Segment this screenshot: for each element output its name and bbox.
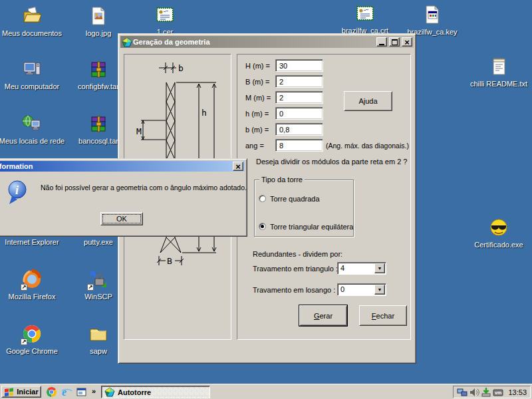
desktop-icon-1-cer[interactable]: 1.cer — [132, 4, 198, 36]
dim-label-M: M — [136, 126, 142, 136]
clock: 13:53 — [505, 388, 527, 396]
shortcut-arrow-icon: ↗ — [21, 338, 27, 345]
radio-torre-quadrada[interactable] — [259, 195, 266, 202]
desktop-icon-brazilfw-ca-crt[interactable]: brazilfw_ca.crt — [332, 3, 398, 35]
winrar-icon — [88, 59, 109, 80]
svg-text:vm: vm — [495, 390, 501, 395]
desktop-icon-logo-jpg[interactable]: logo.jpg — [65, 5, 132, 37]
field-M-input[interactable]: 2 — [275, 91, 323, 104]
svg-text:e: e — [62, 386, 66, 398]
maximize-button[interactable] — [389, 37, 400, 47]
desktop-icon-label: sapw — [90, 347, 107, 355]
windows-logo-icon — [4, 386, 15, 397]
combo-value: 0 — [338, 284, 374, 295]
information-message: Não foi possível gerar a geometria com o… — [41, 184, 247, 192]
redundantes-label: Redundantes - dividem por: — [253, 250, 342, 258]
field-ang-input[interactable]: 8 — [275, 139, 323, 152]
desktop-icon-label: Internet Explorer — [5, 238, 59, 246]
quicklaunch-overflow-chevron[interactable]: » — [92, 387, 96, 395]
field-b-input[interactable]: 0,8 — [275, 123, 323, 136]
close-button[interactable] — [233, 162, 243, 171]
radio-label-torre-triangular[interactable]: Torre triangular equilátera — [270, 223, 353, 231]
desktop-icon-mozilla-firefox[interactable]: ↗Mozilla Firefox — [0, 269, 65, 301]
field-label-B: B (m) = — [245, 78, 269, 86]
winscp-icon: ↗ — [88, 269, 109, 290]
information-dialog-window: Information i Não foi possível gerar a g… — [0, 158, 247, 237]
field-label-M: M (m) = — [245, 94, 271, 102]
desktop-icon-label: bancosql.tar — [78, 137, 118, 145]
field-h-input[interactable]: 0 — [275, 107, 323, 120]
gerar-button[interactable]: Gerar — [299, 305, 347, 326]
tower-type-group-title: Tipo da torre — [259, 176, 305, 184]
vmware-tools-icon[interactable] — [481, 387, 491, 398]
ok-button[interactable]: OK — [100, 212, 143, 225]
radio-torre-triangular[interactable] — [259, 223, 266, 230]
network-tray-icon[interactable] — [457, 387, 467, 398]
quicklaunch-chrome-icon[interactable] — [46, 386, 57, 398]
firefox-icon: ↗ — [21, 269, 43, 290]
information-dialog-title: Information — [0, 162, 231, 170]
field-label-H: H (m) = — [245, 62, 270, 70]
desktop-icon-brazilfw-ca-key[interactable]: brazilfw_ca.key — [399, 4, 466, 36]
vm-icon[interactable]: vm — [493, 387, 503, 398]
quicklaunch-internet-explorer-icon[interactable]: e — [61, 386, 72, 398]
desktop-icon-label: WinSCP — [84, 293, 112, 301]
desktop-icon-certificado-exe[interactable]: Certificado.exe — [466, 217, 532, 249]
close-button[interactable] — [402, 37, 412, 47]
chevron-down-icon[interactable] — [374, 263, 385, 273]
chevron-down-icon[interactable] — [374, 285, 385, 295]
winrar-icon — [88, 113, 109, 134]
ang-note: (Ang. máx. das diagonais.) — [326, 142, 409, 150]
info-icon: i — [6, 180, 29, 205]
information-dialog-titlebar[interactable]: Information — [0, 161, 245, 172]
field-label-h: h (m) = — [245, 110, 269, 118]
field-B-input[interactable]: 2 — [275, 75, 323, 88]
taskbar-task-autotorre[interactable]: Autotorre — [101, 386, 210, 398]
ajuda-button[interactable]: Ajuda — [344, 91, 392, 111]
divide-question: Deseja dividir os módulos da parte reta … — [256, 158, 407, 166]
smiley-icon — [488, 217, 509, 238]
computer-icon — [21, 59, 43, 80]
desktop-icon-meu-computador[interactable]: Meu computador — [0, 59, 65, 90]
desktop-icon-label: logo.jpg — [86, 29, 112, 37]
volume-icon[interactable] — [469, 387, 479, 398]
taskbar: Iniciar e » Autotorre vm 13:53 — [0, 384, 532, 399]
start-button-label: Iniciar — [17, 388, 38, 396]
desktop-icon-meus-documentos[interactable]: Meus documentos — [0, 5, 65, 37]
desktop-icon-chilli-readme[interactable]: chilli README.txt — [466, 56, 532, 88]
geometry-dialog-titlebar[interactable]: Geração da geometria — [120, 36, 414, 48]
field-label-b: b (m) = — [245, 126, 269, 134]
quicklaunch-show-desktop-icon[interactable] — [76, 386, 87, 398]
desktop-icon-label: Certificado.exe — [474, 241, 523, 249]
field-label-ang: ang = — [245, 142, 264, 150]
start-button[interactable]: Iniciar — [1, 386, 41, 398]
combo-label-triangulo: Travamento em triangulo : — [253, 265, 338, 273]
app-icon — [104, 387, 115, 398]
folder-open-icon — [21, 5, 43, 27]
desktop-icon-label: Meus locais de rede — [0, 137, 65, 145]
desktop-icon-label: configbfw.tar — [78, 82, 119, 90]
shortcut-arrow-icon: ↗ — [21, 284, 27, 291]
radio-label-torre-quadrada[interactable]: Torre quadrada — [270, 195, 320, 203]
app-icon — [122, 37, 131, 47]
notepad-icon — [488, 56, 509, 77]
desktop-icon-label: Meu computador — [5, 82, 60, 90]
folder-icon — [88, 323, 109, 344]
maximize-icon — [392, 39, 398, 45]
certificate-icon — [154, 4, 176, 25]
field-H-input[interactable]: 30 — [275, 59, 323, 72]
travamento-triangulo-combo[interactable]: 4 — [337, 262, 386, 275]
desktop-icon-label: Meus documentos — [2, 29, 62, 37]
desktop: { "desktop": { "icons": [ {"label":"Meus… — [0, 0, 532, 399]
desktop-icon-label: Google Chrome — [6, 347, 58, 355]
travamento-losango-combo[interactable]: 0 — [337, 283, 386, 296]
desktop-icon-google-chrome[interactable]: ↗Google Chrome — [0, 323, 65, 355]
desktop-icon-label: chilli README.txt — [470, 80, 527, 88]
image-file-icon — [88, 5, 109, 27]
minimize-button[interactable] — [376, 37, 387, 47]
desktop-icon-meus-locais-de-rede[interactable]: Meus locais de rede — [0, 113, 65, 145]
system-tray: vm 13:53 — [453, 386, 531, 398]
fechar-button[interactable]: Fechar — [359, 305, 407, 326]
desktop-icon-label: putty.exe — [84, 238, 113, 246]
combo-label-losango: Travamento em losango : — [253, 286, 335, 294]
